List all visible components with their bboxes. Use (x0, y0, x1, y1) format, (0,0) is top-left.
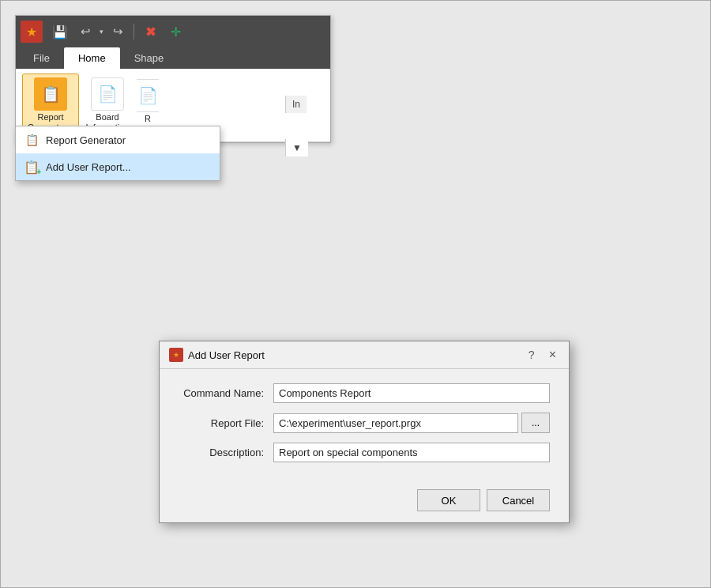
dialog-title-controls: ? × (525, 348, 559, 362)
app-logo-icon: ★ (21, 21, 43, 43)
save-icon: 💾 (52, 24, 68, 40)
redo-button[interactable]: ↪ (107, 21, 129, 43)
report-file-input[interactable] (273, 413, 518, 433)
dialog-body: Command Name: Report File: ... Descripti… (160, 369, 569, 483)
board-info-icon-bg (91, 77, 124, 111)
dialog-app-icon: ★ (169, 348, 183, 362)
redo-icon: ↪ (113, 24, 123, 39)
dropdown-item-add-user-report[interactable]: 📋+ Add User Report... (16, 153, 220, 180)
delete-icon: ✖ (145, 24, 156, 40)
dialog-close-button[interactable]: × (546, 348, 559, 362)
ribbon-overflow-label: In (285, 96, 307, 113)
dialog-star-icon: ★ (173, 351, 179, 359)
undo-button[interactable]: ↩ (74, 21, 96, 43)
dialog-title-text: Add User Report (188, 349, 265, 361)
command-name-input[interactable] (273, 383, 550, 403)
command-name-label: Command Name: (179, 387, 273, 399)
extra-ribbon-icon (136, 79, 160, 112)
description-input[interactable] (273, 443, 550, 462)
dropdown-overflow-label: ▼ (285, 139, 308, 156)
description-label: Description: (179, 447, 273, 458)
description-row: Description: (179, 443, 550, 462)
undo-dropdown-arrow[interactable]: ▾ (100, 28, 103, 36)
dropdown-menu: 📋 Report Generator 📋+ Add User Report... (15, 126, 220, 181)
star-icon: ★ (26, 24, 37, 40)
report-generator-icon (34, 77, 67, 111)
dialog-titlebar: ★ Add User Report ? × (160, 341, 569, 369)
tab-file[interactable]: File (19, 47, 64, 69)
add-user-report-dialog: ★ Add User Report ? × Command Name: Repo… (159, 341, 570, 523)
save-button[interactable]: 💾 (49, 21, 71, 43)
undo-icon: ↩ (81, 24, 91, 39)
add-report-badge-icon: 📋+ (24, 160, 40, 175)
app-window: ★ 💾 ↩ ▾ ↪ ✖ ✛ File Home Shape (15, 15, 331, 143)
move-button[interactable]: ✛ (164, 21, 186, 43)
toolbar-separator (134, 24, 134, 40)
report-gen-icon-bg (34, 77, 67, 111)
cancel-button[interactable]: Cancel (487, 489, 550, 511)
extra-ribbon-button[interactable]: R (136, 74, 160, 130)
dialog-help-button[interactable]: ? (525, 349, 538, 361)
toolbar: ★ 💾 ↩ ▾ ↪ ✖ ✛ (16, 16, 330, 47)
report-file-input-group: ... (273, 413, 550, 433)
dialog-footer: OK Cancel (160, 483, 569, 522)
command-name-row: Command Name: (179, 383, 550, 403)
report-file-row: Report File: ... (179, 413, 550, 433)
delete-button[interactable]: ✖ (139, 21, 161, 43)
tab-shape[interactable]: Shape (120, 47, 179, 69)
tab-home[interactable]: Home (64, 47, 120, 69)
extra-icon-bg (136, 79, 160, 112)
move-icon: ✛ (171, 24, 181, 40)
board-information-icon (91, 77, 124, 111)
dropdown-item-report-generator[interactable]: 📋 Report Generator (16, 126, 220, 153)
report-file-label: Report File: (179, 417, 273, 429)
add-user-report-menu-icon: 📋+ (24, 159, 40, 175)
report-gen-menu-icon: 📋 (24, 132, 40, 148)
dialog-title-left: ★ Add User Report (169, 348, 265, 362)
browse-button[interactable]: ... (521, 413, 550, 433)
ok-button[interactable]: OK (417, 489, 480, 511)
extra-ribbon-label: R (145, 114, 151, 124)
ribbon-tab-bar: File Home Shape (16, 47, 330, 69)
